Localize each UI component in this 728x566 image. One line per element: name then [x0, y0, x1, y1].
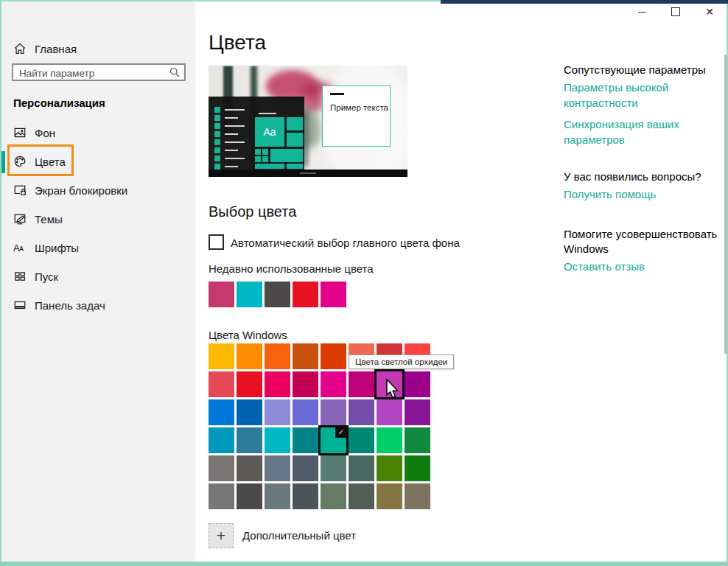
color-swatch-00b7c3[interactable] [265, 427, 290, 453]
color-swatch-881798[interactable] [405, 399, 430, 425]
recent-colors-heading: Недавно использованные цвета [209, 262, 374, 275]
color-swatch-ca5010[interactable] [293, 343, 318, 369]
close-button[interactable]: ✕ [693, 1, 727, 22]
color-swatch-4c4a48[interactable] [237, 483, 262, 509]
color-swatch-107c10[interactable] [405, 455, 430, 481]
color-preview-image: Aa Пример текста [209, 66, 407, 177]
color-swatch-515c6b[interactable] [293, 455, 318, 481]
sidebar-item-label: Фон [35, 126, 55, 139]
sidebar-item-background[interactable]: Фон [1, 118, 195, 147]
sidebar-item-label: Экран блокировки [35, 184, 127, 196]
recent-color-swatch-c43a6e[interactable] [209, 282, 234, 307]
related-link-1[interactable]: Синхронизация ваших параметров [564, 116, 696, 147]
send-feedback-link[interactable]: Оставить отзыв [564, 259, 696, 274]
color-swatch-e81123[interactable] [237, 371, 262, 397]
background-window-sliver-bottom [0, 562, 728, 566]
selected-check-icon: ✓ [335, 427, 347, 438]
recent-color-swatch-e3008c[interactable] [321, 282, 346, 307]
sidebar-item-label: Пуск [35, 270, 58, 282]
recent-color-swatch-4c4a48[interactable] [265, 282, 290, 307]
sidebar-item-home[interactable]: Главная [1, 38, 195, 59]
color-swatch-9a0089[interactable] [405, 371, 430, 397]
color-swatch-ff8c00[interactable] [237, 343, 262, 369]
color-swatch-00cc6a[interactable] [377, 427, 402, 453]
color-swatch-c30052[interactable] [293, 371, 318, 397]
sidebar: Главная Персонализация ФонЦветаЭкран бло… [1, 1, 195, 562]
related-link-0[interactable]: Параметры высокой контрастности [564, 80, 696, 111]
preview-sample-text: Пример текста [330, 103, 388, 112]
color-swatch-bf0077[interactable] [349, 371, 374, 397]
color-swatch-767676[interactable] [209, 483, 234, 509]
color-swatch-e3008c[interactable] [321, 371, 346, 397]
preview-accent-tile: Aa [255, 117, 284, 147]
auto-color-label: Автоматический выбор главного цвета фона [231, 237, 460, 249]
sidebar-item-label: Панель задач [35, 298, 105, 311]
choose-color-heading: Выбор цвета [209, 203, 296, 220]
color-swatch-647c64[interactable] [321, 483, 346, 509]
minimize-icon [638, 12, 646, 13]
maximize-icon [671, 7, 680, 16]
color-swatch-4a5459[interactable] [293, 483, 318, 509]
color-swatch-b146c2[interactable] [377, 399, 402, 425]
color-swatch-018574[interactable] [349, 427, 374, 453]
color-swatch-038387[interactable] [293, 427, 318, 453]
sidebar-item-start[interactable]: Пуск [1, 262, 195, 290]
color-swatch-486860[interactable] [349, 455, 374, 481]
window-controls: ✕ [625, 1, 727, 22]
mouse-cursor [385, 379, 399, 402]
color-swatch-525e54[interactable] [349, 483, 374, 509]
sidebar-item-label: Шрифты [35, 241, 79, 254]
color-swatch-847545[interactable] [377, 483, 402, 509]
start-icon [13, 270, 27, 283]
color-swatch-2d7d9a[interactable] [237, 427, 262, 453]
color-swatch-8e8cd8[interactable] [265, 399, 290, 425]
picture-icon [13, 126, 27, 139]
color-swatch-567c73[interactable] [321, 455, 346, 481]
auto-color-checkbox[interactable] [209, 234, 224, 250]
minimize-button[interactable] [625, 1, 659, 22]
color-swatch-e74856[interactable] [209, 371, 234, 397]
color-swatch-da3b01[interactable] [321, 343, 346, 369]
recent-color-swatch-e81123[interactable] [293, 282, 318, 307]
maximize-button[interactable] [659, 1, 693, 22]
improve-windows-heading: Помогите усовершенствовать Windows [564, 227, 722, 256]
windows-colors-heading: Цвета Windows [209, 329, 287, 341]
color-swatch-6b69d6[interactable] [293, 399, 318, 425]
color-swatch-f7630c[interactable] [265, 343, 290, 369]
color-swatch-00b294[interactable]: ✓ [321, 427, 346, 453]
sidebar-item-taskbar[interactable]: Панель задач [1, 290, 195, 319]
color-swatch-10893e[interactable] [405, 427, 430, 453]
settings-window: Главная Персонализация ФонЦветаЭкран бло… [0, 0, 728, 566]
scrollbar-thumb[interactable] [724, 55, 727, 354]
sidebar-home-label: Главная [35, 43, 77, 55]
search-icon[interactable] [169, 66, 181, 81]
sidebar-item-fonts[interactable]: AᴀШрифты [1, 233, 195, 262]
search-input[interactable] [18, 66, 161, 80]
sidebar-item-themes[interactable]: Темы [1, 204, 195, 233]
color-swatch-7a7574[interactable] [209, 455, 234, 481]
custom-color-label: Дополнительный цвет [242, 529, 356, 542]
color-swatch-744da9[interactable] [349, 399, 374, 425]
color-swatch-498205[interactable] [377, 455, 402, 481]
color-swatch-ea005e[interactable] [265, 371, 290, 397]
taskbar-icon [13, 298, 27, 312]
color-swatch-0078d7[interactable] [209, 399, 234, 425]
color-swatch-7e735f[interactable] [405, 483, 430, 509]
color-tooltip: Цвета светлой орхидеи [349, 354, 454, 369]
color-swatch-69797e[interactable] [265, 483, 290, 509]
color-swatch-ffb900[interactable] [209, 343, 234, 369]
color-swatch-5d5a58[interactable] [237, 455, 262, 481]
sidebar-item-lockscreen[interactable]: Экран блокировки [1, 175, 195, 204]
get-help-link[interactable]: Получить помощь [564, 186, 696, 202]
search-box[interactable] [12, 63, 186, 81]
questions-heading: У вас появились вопросы? [564, 170, 722, 184]
recent-color-swatch-00b7c3[interactable] [237, 282, 262, 307]
color-swatch-68768a[interactable] [265, 455, 290, 481]
color-swatch-0063b1[interactable] [237, 399, 262, 425]
plus-icon: + [217, 527, 225, 545]
color-swatch-0099bc[interactable] [209, 427, 234, 453]
page-title: Цвета [209, 31, 266, 55]
color-swatch-8764b8[interactable] [321, 399, 346, 425]
selected-item-accent-bar [1, 151, 5, 173]
custom-color-button[interactable]: + [209, 523, 234, 548]
